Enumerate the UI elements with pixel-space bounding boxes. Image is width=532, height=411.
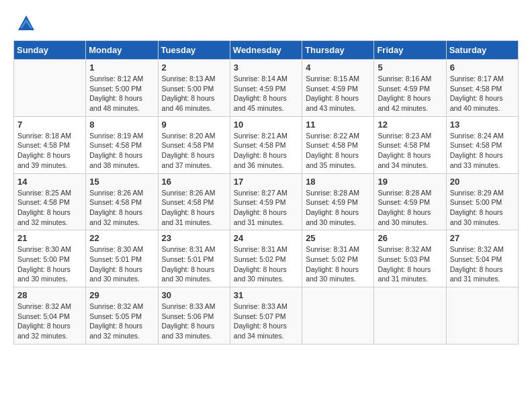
day-number: 25	[306, 233, 370, 243]
day-info: Sunrise: 8:30 AM Sunset: 5:00 PM Dayligh…	[17, 244, 82, 284]
calendar-cell: 29Sunrise: 8:32 AM Sunset: 5:05 PM Dayli…	[86, 287, 158, 345]
day-info: Sunrise: 8:22 AM Sunset: 4:58 PM Dayligh…	[306, 131, 370, 171]
calendar-cell: 30Sunrise: 8:33 AM Sunset: 5:06 PM Dayli…	[158, 287, 230, 345]
calendar-cell: 7Sunrise: 8:18 AM Sunset: 4:58 PM Daylig…	[14, 116, 86, 173]
calendar-cell: 23Sunrise: 8:31 AM Sunset: 5:01 PM Dayli…	[158, 230, 230, 287]
calendar-cell: 20Sunrise: 8:29 AM Sunset: 5:00 PM Dayli…	[446, 173, 518, 230]
day-number: 14	[17, 177, 82, 187]
day-info: Sunrise: 8:31 AM Sunset: 5:01 PM Dayligh…	[162, 244, 226, 284]
day-info: Sunrise: 8:33 AM Sunset: 5:07 PM Dayligh…	[234, 302, 298, 341]
day-number: 4	[306, 62, 370, 73]
day-number: 26	[378, 233, 442, 243]
day-info: Sunrise: 8:32 AM Sunset: 5:03 PM Dayligh…	[378, 244, 442, 284]
day-info: Sunrise: 8:18 AM Sunset: 4:58 PM Dayligh…	[17, 131, 82, 171]
calendar-week-row: 14Sunrise: 8:25 AM Sunset: 4:58 PM Dayli…	[14, 173, 519, 230]
calendar-cell	[302, 287, 374, 345]
logo	[13, 13, 38, 34]
day-number: 22	[89, 233, 154, 243]
calendar-cell: 17Sunrise: 8:27 AM Sunset: 4:59 PM Dayli…	[230, 173, 302, 230]
calendar-week-row: 28Sunrise: 8:32 AM Sunset: 5:04 PM Dayli…	[14, 287, 519, 345]
day-number: 28	[17, 290, 82, 300]
day-number: 7	[17, 120, 82, 130]
day-info: Sunrise: 8:32 AM Sunset: 5:04 PM Dayligh…	[17, 302, 82, 341]
day-number: 16	[162, 177, 226, 187]
day-info: Sunrise: 8:17 AM Sunset: 4:58 PM Dayligh…	[450, 74, 515, 113]
day-number: 24	[234, 233, 298, 243]
day-info: Sunrise: 8:28 AM Sunset: 4:59 PM Dayligh…	[306, 188, 370, 228]
calendar-week-row: 7Sunrise: 8:18 AM Sunset: 4:58 PM Daylig…	[14, 116, 519, 173]
day-info: Sunrise: 8:26 AM Sunset: 4:58 PM Dayligh…	[162, 188, 226, 228]
calendar-cell: 5Sunrise: 8:16 AM Sunset: 4:59 PM Daylig…	[374, 60, 446, 117]
calendar-cell: 6Sunrise: 8:17 AM Sunset: 4:58 PM Daylig…	[446, 60, 518, 117]
calendar-cell: 13Sunrise: 8:24 AM Sunset: 4:58 PM Dayli…	[446, 116, 518, 173]
calendar-cell: 27Sunrise: 8:32 AM Sunset: 5:04 PM Dayli…	[446, 230, 518, 287]
day-info: Sunrise: 8:16 AM Sunset: 4:59 PM Dayligh…	[378, 74, 442, 113]
calendar-table: SundayMondayTuesdayWednesdayThursdayFrid…	[13, 40, 519, 345]
day-number: 31	[234, 290, 298, 300]
day-info: Sunrise: 8:23 AM Sunset: 4:58 PM Dayligh…	[378, 131, 442, 171]
calendar-cell: 2Sunrise: 8:13 AM Sunset: 5:00 PM Daylig…	[158, 60, 230, 117]
calendar-header-monday: Monday	[86, 41, 158, 60]
calendar-cell: 19Sunrise: 8:28 AM Sunset: 4:59 PM Dayli…	[374, 173, 446, 230]
day-number: 5	[378, 62, 442, 73]
day-number: 19	[378, 177, 442, 187]
calendar-cell: 12Sunrise: 8:23 AM Sunset: 4:58 PM Dayli…	[374, 116, 446, 173]
calendar-cell: 26Sunrise: 8:32 AM Sunset: 5:03 PM Dayli…	[374, 230, 446, 287]
day-info: Sunrise: 8:24 AM Sunset: 4:58 PM Dayligh…	[450, 131, 515, 171]
calendar-cell: 11Sunrise: 8:22 AM Sunset: 4:58 PM Dayli…	[302, 116, 374, 173]
day-number: 3	[234, 62, 298, 73]
day-number: 30	[162, 290, 226, 300]
page-header	[13, 13, 519, 34]
day-info: Sunrise: 8:26 AM Sunset: 4:58 PM Dayligh…	[89, 188, 154, 228]
calendar-header-sunday: Sunday	[14, 41, 86, 60]
day-number: 23	[162, 233, 226, 243]
calendar-cell: 15Sunrise: 8:26 AM Sunset: 4:58 PM Dayli…	[86, 173, 158, 230]
calendar-cell: 28Sunrise: 8:32 AM Sunset: 5:04 PM Dayli…	[14, 287, 86, 345]
calendar-cell: 9Sunrise: 8:20 AM Sunset: 4:58 PM Daylig…	[158, 116, 230, 173]
calendar-week-row: 1Sunrise: 8:12 AM Sunset: 5:00 PM Daylig…	[14, 60, 519, 117]
calendar-header-saturday: Saturday	[446, 41, 518, 60]
calendar-cell	[374, 287, 446, 345]
calendar-cell	[446, 287, 518, 345]
day-number: 27	[450, 233, 515, 243]
calendar-header-thursday: Thursday	[302, 41, 374, 60]
calendar-cell: 10Sunrise: 8:21 AM Sunset: 4:58 PM Dayli…	[230, 116, 302, 173]
day-number: 2	[162, 62, 226, 73]
day-number: 17	[234, 177, 298, 187]
calendar-cell	[14, 60, 86, 117]
day-info: Sunrise: 8:15 AM Sunset: 4:59 PM Dayligh…	[306, 74, 370, 113]
calendar-cell: 3Sunrise: 8:14 AM Sunset: 4:59 PM Daylig…	[230, 60, 302, 117]
calendar-cell: 24Sunrise: 8:31 AM Sunset: 5:02 PM Dayli…	[230, 230, 302, 287]
day-number: 6	[450, 62, 515, 73]
calendar-week-row: 21Sunrise: 8:30 AM Sunset: 5:00 PM Dayli…	[14, 230, 519, 287]
calendar-cell: 8Sunrise: 8:19 AM Sunset: 4:58 PM Daylig…	[86, 116, 158, 173]
day-number: 12	[378, 120, 442, 130]
calendar-cell: 16Sunrise: 8:26 AM Sunset: 4:58 PM Dayli…	[158, 173, 230, 230]
calendar-cell: 18Sunrise: 8:28 AM Sunset: 4:59 PM Dayli…	[302, 173, 374, 230]
day-number: 18	[306, 177, 370, 187]
day-info: Sunrise: 8:33 AM Sunset: 5:06 PM Dayligh…	[162, 302, 226, 341]
calendar-header-tuesday: Tuesday	[158, 41, 230, 60]
day-info: Sunrise: 8:29 AM Sunset: 5:00 PM Dayligh…	[450, 188, 515, 228]
day-info: Sunrise: 8:20 AM Sunset: 4:58 PM Dayligh…	[162, 131, 226, 171]
day-info: Sunrise: 8:31 AM Sunset: 5:02 PM Dayligh…	[234, 244, 298, 284]
day-number: 9	[162, 120, 226, 130]
calendar-cell: 21Sunrise: 8:30 AM Sunset: 5:00 PM Dayli…	[14, 230, 86, 287]
calendar-cell: 22Sunrise: 8:30 AM Sunset: 5:01 PM Dayli…	[86, 230, 158, 287]
day-info: Sunrise: 8:30 AM Sunset: 5:01 PM Dayligh…	[89, 244, 154, 284]
calendar-cell: 25Sunrise: 8:31 AM Sunset: 5:02 PM Dayli…	[302, 230, 374, 287]
day-number: 21	[17, 233, 82, 243]
day-number: 1	[89, 62, 154, 73]
day-number: 8	[89, 120, 154, 130]
day-number: 10	[234, 120, 298, 130]
day-info: Sunrise: 8:27 AM Sunset: 4:59 PM Dayligh…	[234, 188, 298, 228]
calendar-header-wednesday: Wednesday	[230, 41, 302, 60]
day-number: 15	[89, 177, 154, 187]
day-info: Sunrise: 8:31 AM Sunset: 5:02 PM Dayligh…	[306, 244, 370, 284]
calendar-cell: 14Sunrise: 8:25 AM Sunset: 4:58 PM Dayli…	[14, 173, 86, 230]
calendar-header-row: SundayMondayTuesdayWednesdayThursdayFrid…	[14, 41, 519, 60]
calendar-cell: 31Sunrise: 8:33 AM Sunset: 5:07 PM Dayli…	[230, 287, 302, 345]
day-info: Sunrise: 8:19 AM Sunset: 4:58 PM Dayligh…	[89, 131, 154, 171]
day-info: Sunrise: 8:14 AM Sunset: 4:59 PM Dayligh…	[234, 74, 298, 113]
day-number: 29	[89, 290, 154, 300]
